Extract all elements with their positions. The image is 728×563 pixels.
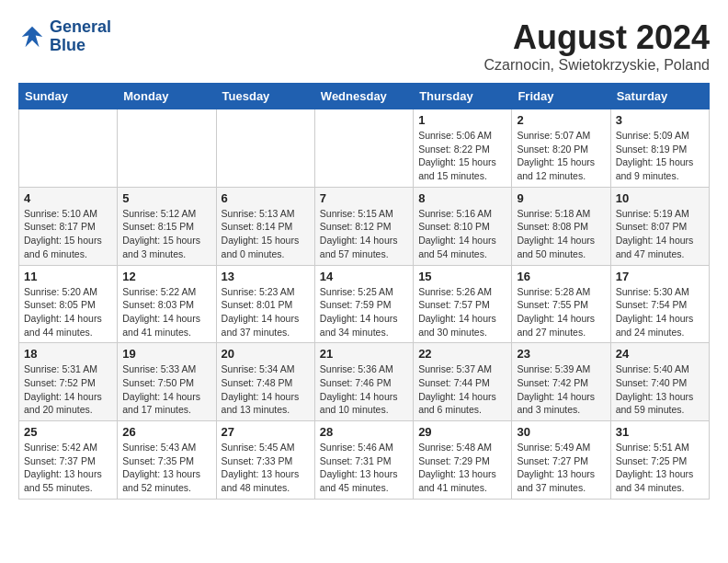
day-detail: Sunrise: 5:33 AM Sunset: 7:50 PM Dayligh… xyxy=(122,362,210,417)
calendar-header-thursday: Thursday xyxy=(414,84,512,109)
day-detail: Sunrise: 5:40 AM Sunset: 7:40 PM Dayligh… xyxy=(616,362,704,417)
day-number: 24 xyxy=(616,347,704,361)
logo-text: General Blue xyxy=(50,18,111,55)
calendar-day-cell: 14Sunrise: 5:25 AM Sunset: 7:59 PM Dayli… xyxy=(314,265,413,343)
day-number: 28 xyxy=(320,425,408,439)
day-number: 6 xyxy=(222,191,310,205)
calendar-day-cell: 30Sunrise: 5:49 AM Sunset: 7:27 PM Dayli… xyxy=(512,421,610,500)
day-detail: Sunrise: 5:46 AM Sunset: 7:31 PM Dayligh… xyxy=(320,441,408,495)
day-detail: Sunrise: 5:37 AM Sunset: 7:44 PM Dayligh… xyxy=(418,362,506,417)
day-detail: Sunrise: 5:09 AM Sunset: 8:19 PM Dayligh… xyxy=(616,129,704,183)
day-number: 8 xyxy=(418,191,506,205)
day-detail: Sunrise: 5:06 AM Sunset: 8:22 PM Dayligh… xyxy=(418,129,506,183)
calendar-day-cell xyxy=(19,109,118,188)
day-number: 5 xyxy=(122,191,210,205)
calendar-table: SundayMondayTuesdayWednesdayThursdayFrid… xyxy=(18,83,710,500)
day-number: 25 xyxy=(24,425,112,439)
day-detail: Sunrise: 5:07 AM Sunset: 8:20 PM Dayligh… xyxy=(517,129,605,183)
day-number: 16 xyxy=(517,270,605,283)
day-number: 29 xyxy=(418,425,506,439)
calendar-day-cell: 16Sunrise: 5:28 AM Sunset: 7:55 PM Dayli… xyxy=(512,265,610,343)
calendar-day-cell: 3Sunrise: 5:09 AM Sunset: 8:19 PM Daylig… xyxy=(610,109,709,188)
calendar-day-cell: 20Sunrise: 5:34 AM Sunset: 7:48 PM Dayli… xyxy=(216,343,314,421)
calendar-day-cell: 31Sunrise: 5:51 AM Sunset: 7:25 PM Dayli… xyxy=(610,421,709,500)
day-number: 27 xyxy=(222,425,310,439)
day-detail: Sunrise: 5:12 AM Sunset: 8:15 PM Dayligh… xyxy=(122,207,210,261)
day-detail: Sunrise: 5:28 AM Sunset: 7:55 PM Dayligh… xyxy=(517,285,605,339)
day-detail: Sunrise: 5:19 AM Sunset: 8:07 PM Dayligh… xyxy=(616,207,704,261)
calendar-week-row: 1Sunrise: 5:06 AM Sunset: 8:22 PM Daylig… xyxy=(19,109,710,188)
day-number: 30 xyxy=(517,425,605,439)
day-number: 20 xyxy=(222,347,310,361)
calendar-day-cell: 4Sunrise: 5:10 AM Sunset: 8:17 PM Daylig… xyxy=(19,187,118,265)
calendar-day-cell: 28Sunrise: 5:46 AM Sunset: 7:31 PM Dayli… xyxy=(314,421,413,500)
calendar-week-row: 11Sunrise: 5:20 AM Sunset: 8:05 PM Dayli… xyxy=(19,265,710,343)
day-detail: Sunrise: 5:36 AM Sunset: 7:46 PM Dayligh… xyxy=(320,362,408,417)
calendar-day-cell: 12Sunrise: 5:22 AM Sunset: 8:03 PM Dayli… xyxy=(118,265,216,343)
calendar-day-cell: 25Sunrise: 5:42 AM Sunset: 7:37 PM Dayli… xyxy=(19,421,118,500)
day-detail: Sunrise: 5:49 AM Sunset: 7:27 PM Dayligh… xyxy=(517,441,605,495)
day-detail: Sunrise: 5:25 AM Sunset: 7:59 PM Dayligh… xyxy=(320,285,408,339)
calendar-day-cell: 2Sunrise: 5:07 AM Sunset: 8:20 PM Daylig… xyxy=(512,109,610,188)
calendar-header-tuesday: Tuesday xyxy=(216,84,314,109)
month-title: August 2024 xyxy=(484,18,710,57)
calendar-day-cell: 19Sunrise: 5:33 AM Sunset: 7:50 PM Dayli… xyxy=(118,343,216,421)
day-number: 23 xyxy=(517,347,605,361)
day-number: 1 xyxy=(418,113,506,127)
day-detail: Sunrise: 5:39 AM Sunset: 7:42 PM Dayligh… xyxy=(517,362,605,417)
calendar-day-cell: 5Sunrise: 5:12 AM Sunset: 8:15 PM Daylig… xyxy=(118,187,216,265)
calendar-day-cell: 1Sunrise: 5:06 AM Sunset: 8:22 PM Daylig… xyxy=(414,109,512,188)
day-number: 19 xyxy=(122,347,210,361)
day-number: 10 xyxy=(616,191,704,205)
day-detail: Sunrise: 5:26 AM Sunset: 7:57 PM Dayligh… xyxy=(418,285,506,339)
day-number: 22 xyxy=(418,347,506,361)
calendar-day-cell: 21Sunrise: 5:36 AM Sunset: 7:46 PM Dayli… xyxy=(314,343,413,421)
svg-marker-0 xyxy=(22,27,43,48)
calendar-day-cell: 13Sunrise: 5:23 AM Sunset: 8:01 PM Dayli… xyxy=(216,265,314,343)
calendar-day-cell: 8Sunrise: 5:16 AM Sunset: 8:10 PM Daylig… xyxy=(414,187,512,265)
title-section: August 2024 Czarnocin, Swietokrzyskie, P… xyxy=(484,18,710,74)
calendar-day-cell: 23Sunrise: 5:39 AM Sunset: 7:42 PM Dayli… xyxy=(512,343,610,421)
day-number: 15 xyxy=(418,270,506,283)
day-detail: Sunrise: 5:42 AM Sunset: 7:37 PM Dayligh… xyxy=(24,441,112,495)
calendar-day-cell: 11Sunrise: 5:20 AM Sunset: 8:05 PM Dayli… xyxy=(19,265,118,343)
day-detail: Sunrise: 5:20 AM Sunset: 8:05 PM Dayligh… xyxy=(24,285,112,339)
calendar-day-cell: 24Sunrise: 5:40 AM Sunset: 7:40 PM Dayli… xyxy=(610,343,709,421)
logo: General Blue xyxy=(18,18,111,55)
day-number: 13 xyxy=(222,270,310,283)
calendar-day-cell: 17Sunrise: 5:30 AM Sunset: 7:54 PM Dayli… xyxy=(610,265,709,343)
calendar-day-cell: 7Sunrise: 5:15 AM Sunset: 8:12 PM Daylig… xyxy=(314,187,413,265)
calendar-day-cell: 9Sunrise: 5:18 AM Sunset: 8:08 PM Daylig… xyxy=(512,187,610,265)
day-number: 2 xyxy=(517,113,605,127)
day-number: 31 xyxy=(616,425,704,439)
day-number: 9 xyxy=(517,191,605,205)
day-detail: Sunrise: 5:45 AM Sunset: 7:33 PM Dayligh… xyxy=(222,441,310,495)
day-detail: Sunrise: 5:16 AM Sunset: 8:10 PM Dayligh… xyxy=(418,207,506,261)
calendar-day-cell: 22Sunrise: 5:37 AM Sunset: 7:44 PM Dayli… xyxy=(414,343,512,421)
day-number: 21 xyxy=(320,347,408,361)
calendar-header-monday: Monday xyxy=(118,84,216,109)
day-detail: Sunrise: 5:18 AM Sunset: 8:08 PM Dayligh… xyxy=(517,207,605,261)
calendar-header-friday: Friday xyxy=(512,84,610,109)
calendar-day-cell: 29Sunrise: 5:48 AM Sunset: 7:29 PM Dayli… xyxy=(414,421,512,500)
day-detail: Sunrise: 5:13 AM Sunset: 8:14 PM Dayligh… xyxy=(222,207,310,261)
calendar-week-row: 25Sunrise: 5:42 AM Sunset: 7:37 PM Dayli… xyxy=(19,421,710,500)
logo-icon xyxy=(18,23,46,51)
day-detail: Sunrise: 5:30 AM Sunset: 7:54 PM Dayligh… xyxy=(616,285,704,339)
calendar-day-cell: 26Sunrise: 5:43 AM Sunset: 7:35 PM Dayli… xyxy=(118,421,216,500)
day-detail: Sunrise: 5:22 AM Sunset: 8:03 PM Dayligh… xyxy=(122,285,210,339)
calendar-day-cell: 27Sunrise: 5:45 AM Sunset: 7:33 PM Dayli… xyxy=(216,421,314,500)
day-number: 4 xyxy=(24,191,112,205)
day-number: 11 xyxy=(24,270,112,283)
day-number: 26 xyxy=(122,425,210,439)
day-detail: Sunrise: 5:34 AM Sunset: 7:48 PM Dayligh… xyxy=(222,362,310,417)
day-number: 7 xyxy=(320,191,408,205)
day-detail: Sunrise: 5:51 AM Sunset: 7:25 PM Dayligh… xyxy=(616,441,704,495)
day-number: 3 xyxy=(616,113,704,127)
day-detail: Sunrise: 5:23 AM Sunset: 8:01 PM Dayligh… xyxy=(222,285,310,339)
calendar-day-cell: 10Sunrise: 5:19 AM Sunset: 8:07 PM Dayli… xyxy=(610,187,709,265)
day-number: 12 xyxy=(122,270,210,283)
day-detail: Sunrise: 5:43 AM Sunset: 7:35 PM Dayligh… xyxy=(122,441,210,495)
calendar-week-row: 4Sunrise: 5:10 AM Sunset: 8:17 PM Daylig… xyxy=(19,187,710,265)
calendar-day-cell xyxy=(314,109,413,188)
